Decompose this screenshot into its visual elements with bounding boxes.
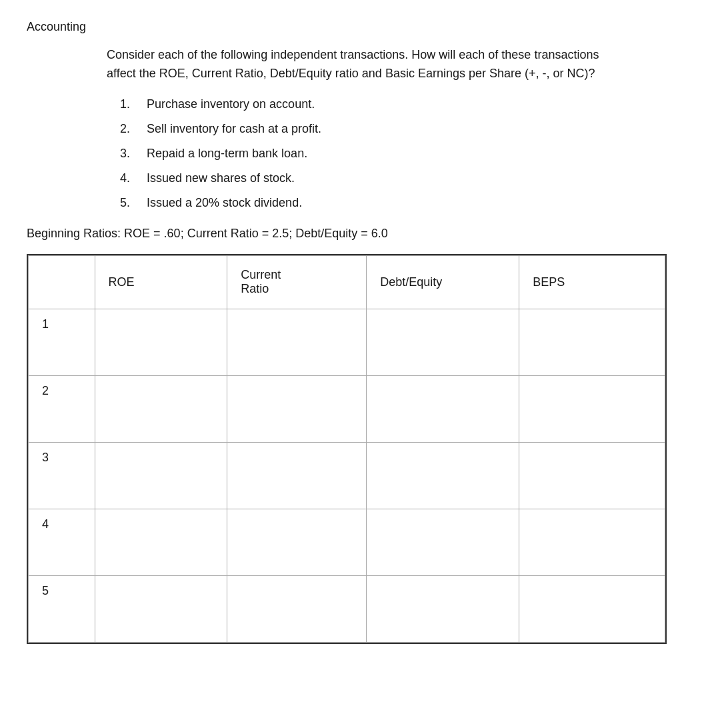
item-number-1: 1. <box>120 95 147 113</box>
list-item: 1. Purchase inventory on account. <box>120 95 693 113</box>
item-text-1: Purchase inventory on account. <box>147 95 315 113</box>
row3-debt-equity[interactable] <box>367 442 519 509</box>
row5-beps[interactable] <box>519 575 665 642</box>
item-number-3: 3. <box>120 145 147 163</box>
row3-beps[interactable] <box>519 442 665 509</box>
answer-table: ROE CurrentRatio Debt/Equity BEPS 1 2 <box>27 254 667 644</box>
col-header-debt-equity: Debt/Equity <box>367 255 519 309</box>
row4-debt-equity[interactable] <box>367 509 519 575</box>
table-row: 4 <box>29 509 665 575</box>
row-number-1: 1 <box>29 309 95 375</box>
row1-current-ratio[interactable] <box>227 309 367 375</box>
item-number-4: 4. <box>120 169 147 187</box>
list-item: 3. Repaid a long-term bank loan. <box>120 145 693 163</box>
row3-current-ratio[interactable] <box>227 442 367 509</box>
item-number-2: 2. <box>120 120 147 138</box>
row4-beps[interactable] <box>519 509 665 575</box>
row3-roe[interactable] <box>95 442 227 509</box>
col-header-beps: BEPS <box>519 255 665 309</box>
row-number-3: 3 <box>29 442 95 509</box>
table-row: 5 <box>29 575 665 642</box>
row2-roe[interactable] <box>95 375 227 442</box>
row1-roe[interactable] <box>95 309 227 375</box>
item-text-5: Issued a 20% stock dividend. <box>147 194 302 212</box>
table-row: 1 <box>29 309 665 375</box>
row-number-4: 4 <box>29 509 95 575</box>
list-item: 4. Issued new shares of stock. <box>120 169 693 187</box>
row2-beps[interactable] <box>519 375 665 442</box>
row2-debt-equity[interactable] <box>367 375 519 442</box>
item-text-4: Issued new shares of stock. <box>147 169 295 187</box>
row-number-2: 2 <box>29 375 95 442</box>
page-title: Accounting <box>27 20 693 34</box>
row5-current-ratio[interactable] <box>227 575 367 642</box>
col-header-empty <box>29 255 95 309</box>
item-text-3: Repaid a long-term bank loan. <box>147 145 307 163</box>
list-item: 5. Issued a 20% stock dividend. <box>120 194 693 212</box>
table-row: 3 <box>29 442 665 509</box>
row5-roe[interactable] <box>95 575 227 642</box>
row5-debt-equity[interactable] <box>367 575 519 642</box>
row-number-5: 5 <box>29 575 95 642</box>
beginning-ratios: Beginning Ratios: ROE = .60; Current Rat… <box>27 227 693 241</box>
table-row: 2 <box>29 375 665 442</box>
list-item: 2. Sell inventory for cash at a profit. <box>120 120 693 138</box>
row1-debt-equity[interactable] <box>367 309 519 375</box>
question-text: Consider each of the following independe… <box>107 46 627 83</box>
row1-beps[interactable] <box>519 309 665 375</box>
col-header-current-ratio: CurrentRatio <box>227 255 367 309</box>
row4-roe[interactable] <box>95 509 227 575</box>
item-number-5: 5. <box>120 194 147 212</box>
item-text-2: Sell inventory for cash at a profit. <box>147 120 321 138</box>
row4-current-ratio[interactable] <box>227 509 367 575</box>
col-header-roe: ROE <box>95 255 227 309</box>
row2-current-ratio[interactable] <box>227 375 367 442</box>
